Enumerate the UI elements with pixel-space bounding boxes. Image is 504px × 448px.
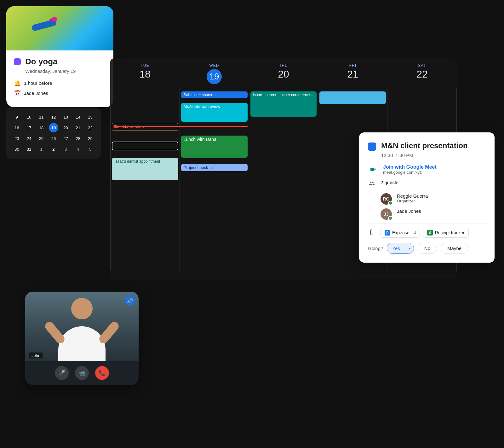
mini-cal-day[interactable]: 14 [73, 112, 83, 122]
check-badge-jade [388, 216, 392, 220]
calendar-header: TUE 18 WED 19 THU 20 FRI 21 SAT 22 [110, 58, 457, 88]
rsvp-yes-button[interactable]: Yes [387, 243, 405, 253]
mini-cal-day[interactable]: 15 [86, 112, 95, 122]
receipt-tracker-attachment[interactable]: S Receipt tracker [423, 228, 468, 238]
yoga-event-title: Do yoga [25, 57, 58, 67]
mini-cal-day[interactable]: 29 [86, 134, 95, 143]
check-badge-reggie [388, 201, 392, 205]
cal-day-num-tue: 18 [113, 68, 177, 80]
cal-day-num-fri: 21 [321, 68, 385, 80]
mini-cal-day[interactable]: 13 [61, 112, 71, 122]
mini-cal-day[interactable]: 20 [61, 123, 71, 132]
cal-col-tue: Weekly standup Isaac's dentist appointme… [111, 88, 180, 271]
mini-cal-day[interactable]: 12 [49, 112, 58, 122]
yoga-calendar-owner: Jade Jones [24, 90, 48, 96]
expense-list-attachment[interactable]: D Expense list [381, 228, 420, 238]
fri-event[interactable] [319, 91, 386, 104]
mini-cal-day[interactable]: 16 [12, 123, 21, 132]
video-controls: 🎤 📹 📞 [25, 361, 139, 385]
sheets-icon: S [427, 230, 433, 236]
cal-day-num-thu: 20 [251, 68, 316, 80]
receipt-tracker-label: Receipt tracker [435, 230, 464, 235]
yoga-event-card: Do yoga Wednesday, January 19 🔔 1 hour b… [6, 6, 113, 107]
mini-cal-day[interactable]: 23 [12, 134, 21, 143]
expense-list-label: Expense list [392, 230, 416, 235]
event-detail-time: 12:30–1:30 PM [381, 153, 486, 158]
going-label: Going? [368, 246, 383, 251]
mini-cal-day[interactable]: 22 [86, 123, 95, 132]
speaking-indicator: 🔊 [125, 295, 135, 305]
microphone-button[interactable]: 🎤 [55, 366, 69, 380]
cal-day-name-thu: THU [251, 63, 316, 68]
bell-icon: 🔔 [14, 79, 20, 86]
guests-icon [368, 180, 375, 188]
mini-cal-day[interactable]: 3 [61, 144, 71, 154]
video-person: 🔊 John [25, 292, 139, 361]
submit-reimburse-event[interactable]: Submit reimburse... [181, 91, 248, 98]
mini-cal-day[interactable]: 11 [37, 112, 46, 122]
project-checkin-event[interactable]: Project check-in [181, 164, 248, 171]
rsvp-row: Going? Yes ▾ No Maybe [368, 243, 486, 254]
end-call-button[interactable]: 📞 [95, 366, 109, 380]
yoga-reminder: 1 hour before [24, 80, 52, 86]
mini-calendar-grid: 9 10 11 12 13 14 15 16 17 18 19 20 21 22… [11, 112, 96, 154]
mini-cal-day[interactable]: 30 [12, 144, 21, 154]
mini-cal-day[interactable]: 27 [61, 134, 71, 143]
mini-cal-today[interactable]: 19 [49, 123, 58, 132]
cal-day-name-tue: TUE [113, 63, 177, 68]
guest-avatar-reggie: RG [381, 193, 392, 205]
mini-cal-day[interactable]: 17 [24, 123, 34, 132]
cal-header-wed: WED 19 [180, 62, 249, 85]
mini-cal-day[interactable]: 24 [24, 134, 34, 143]
event-color-indicator [368, 143, 376, 151]
mn-internal-review-event[interactable]: M&N internal review [181, 103, 248, 122]
cal-day-name-sat: SAT [390, 63, 454, 68]
mini-cal-day[interactable]: 25 [37, 134, 46, 143]
mini-cal-day[interactable]: 5 [86, 144, 95, 154]
mini-calendar: 9 10 11 12 13 14 15 16 17 18 19 20 21 22… [6, 107, 101, 159]
mini-cal-day[interactable]: 21 [73, 123, 83, 132]
meet-join-link[interactable]: Join with Google Meet [383, 164, 486, 170]
mini-cal-day[interactable]: 9 [12, 112, 21, 122]
isaacs-dentist-event[interactable]: Isaac's dentist appointment [112, 158, 178, 180]
cal-header-sat: SAT 22 [387, 62, 457, 85]
mini-cal-day[interactable]: 31 [24, 144, 34, 154]
event-detail-title: M&N client presentation [381, 141, 468, 150]
yoga-event-date: Wednesday, January 19 [25, 68, 106, 74]
guest-name-reggie: Reggie Guerra [397, 193, 428, 199]
cal-col-thu: Isaac's parent-teacher conference... [249, 88, 318, 271]
cal-day-num-sat: 22 [390, 68, 454, 80]
video-camera-button[interactable]: 📹 [75, 366, 89, 380]
mini-cal-day[interactable]: 2 [49, 144, 58, 154]
calendar-icon: 📅 [14, 90, 20, 96]
weekly-standup-event[interactable]: Weekly standup [112, 123, 178, 131]
guest-avatar-jade: JJ [381, 208, 392, 220]
rsvp-yes-dropdown[interactable]: ▾ [405, 243, 414, 253]
lunch-with-dana-event[interactable]: Lunch with Dana [181, 136, 248, 158]
video-call-card: 🔊 John 🎤 📹 📞 [25, 292, 139, 385]
mini-cal-day[interactable]: 28 [73, 134, 83, 143]
speaker-wave-icon: 🔊 [127, 298, 133, 304]
yoga-event-color [14, 58, 21, 65]
yoga-card-image [6, 6, 113, 50]
mini-cal-day[interactable]: 1 [37, 144, 46, 154]
divider [368, 224, 486, 224]
guest-name-jade: Jade Jones [397, 208, 421, 214]
google-meet-icon [368, 164, 378, 174]
cal-header-fri: FRI 21 [318, 62, 387, 85]
isaacs-parent-teacher-event[interactable]: Isaac's parent-teacher conference... [250, 91, 317, 117]
docs-icon: D [385, 230, 390, 236]
mini-cal-day[interactable]: 4 [73, 144, 83, 154]
cal-day-num-wed: 19 [207, 69, 222, 84]
rsvp-maybe-button[interactable]: Maybe [441, 243, 468, 254]
mini-cal-day[interactable]: 10 [24, 112, 34, 122]
outline-event-tue[interactable] [112, 142, 178, 150]
cal-header-tue: TUE 18 [110, 62, 180, 85]
rsvp-no-button[interactable]: No [418, 243, 437, 254]
mini-cal-day[interactable]: 26 [49, 134, 58, 143]
video-area: 🔊 John [25, 292, 139, 361]
rsvp-yes-group[interactable]: Yes ▾ [387, 243, 414, 254]
attachment-icon [368, 229, 375, 237]
guests-count: 2 guests [381, 180, 398, 185]
mini-cal-day[interactable]: 18 [37, 123, 46, 132]
